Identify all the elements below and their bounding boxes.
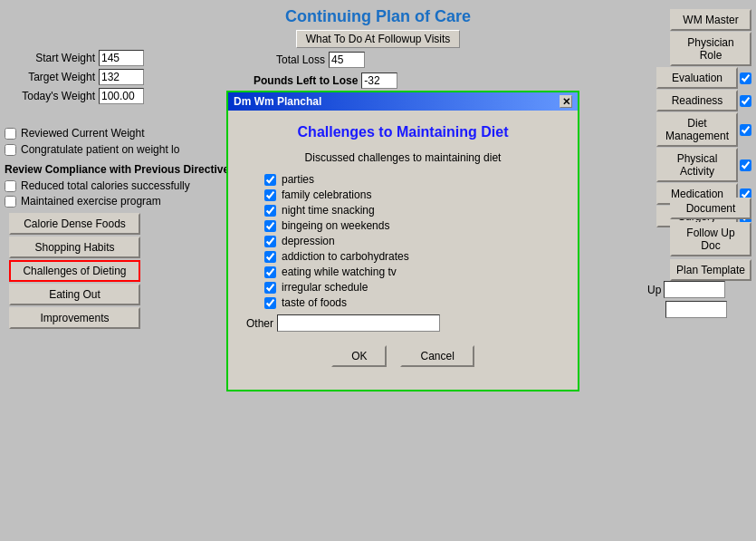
readiness-row: Readiness — [647, 90, 751, 111]
pounds-left-input[interactable] — [361, 72, 397, 89]
cancel-button[interactable]: Cancel — [400, 345, 474, 367]
pounds-left-label: Pounds Left to Lose — [254, 74, 358, 87]
physical-activity-row: Physical Activity — [647, 148, 751, 182]
other-input[interactable] — [277, 314, 440, 332]
physical-activity-btn[interactable]: Physical Activity — [656, 148, 738, 182]
total-loss-label: Total Loss — [276, 53, 325, 66]
modal-subtitle: Discussed challenges to maintaining diet — [246, 151, 560, 164]
physical-activity-checkbox[interactable] — [740, 159, 751, 171]
challenge-depression-label: depression — [282, 235, 335, 247]
physician-role-row: Physician Role — [647, 32, 751, 66]
readiness-btn[interactable]: Readiness — [656, 90, 738, 111]
challenge-parties-checkbox[interactable] — [264, 174, 276, 186]
plan-template-btn[interactable]: Plan Template — [670, 259, 751, 281]
challenge-parties-label: parties — [282, 173, 314, 186]
challenge-taste-checkbox[interactable] — [264, 297, 276, 309]
congratulate-label: Congratulate patient on weight lo — [21, 143, 179, 156]
start-weight-input[interactable] — [99, 50, 144, 66]
wm-master-btn[interactable]: WM Master — [670, 9, 751, 31]
reduced-label: Reduced total calories successfully — [21, 179, 190, 192]
eating-out-btn[interactable]: Eating Out — [9, 284, 140, 305]
evaluation-checkbox[interactable] — [740, 72, 751, 84]
todays-weight-label: Today's Weight — [5, 90, 95, 102]
total-loss-input[interactable] — [329, 52, 365, 68]
diet-management-row: Diet Management — [647, 112, 751, 147]
challenge-carbs-label: addiction to carbohydrates — [282, 250, 409, 263]
physician-role-btn[interactable]: Physician Role — [670, 32, 751, 66]
target-weight-input[interactable] — [99, 69, 144, 85]
shopping-habits-btn[interactable]: Shopping Habits — [9, 237, 140, 258]
modal-titlebar[interactable]: Dm Wm Planchal ✕ — [228, 92, 578, 111]
challenge-depression-checkbox[interactable] — [264, 236, 276, 247]
challenge-tv-checkbox[interactable] — [264, 266, 276, 278]
target-weight-label: Target Weight — [5, 71, 95, 83]
challenge-schedule-label: irregular schedule — [282, 281, 368, 294]
challenge-family-checkbox[interactable] — [264, 189, 276, 201]
readiness-checkbox[interactable] — [740, 95, 751, 107]
congratulate-checkbox[interactable] — [5, 144, 16, 156]
challenge-carbs-checkbox[interactable] — [264, 251, 276, 263]
up-input-2[interactable] — [665, 301, 727, 318]
reduced-checkbox[interactable] — [5, 180, 16, 192]
improvements-btn[interactable]: Improvements — [9, 307, 140, 329]
calorie-dense-btn[interactable]: Calorie Dense Foods — [9, 213, 140, 235]
challenge-schedule-checkbox[interactable] — [264, 282, 276, 294]
modal-title: Dm Wm Planchal — [234, 95, 321, 108]
followup-button[interactable]: What To Do At Followup Visits — [296, 30, 461, 48]
challenge-bingeing-checkbox[interactable] — [264, 220, 276, 232]
modal-dialog: Dm Wm Planchal ✕ Challenges to Maintaini… — [226, 91, 579, 391]
challenge-taste-label: taste of foods — [282, 296, 347, 309]
reviewed-label: Reviewed Current Weight — [21, 127, 145, 140]
challenge-family-label: family celebrations — [282, 188, 371, 201]
ok-button[interactable]: OK — [331, 345, 387, 367]
diet-management-btn[interactable]: Diet Management — [656, 112, 738, 147]
modal-close-btn[interactable]: ✕ — [560, 95, 572, 108]
maintained-label: Maintained exercise program — [21, 195, 161, 208]
up-label: Up — [647, 284, 661, 296]
evaluation-row: Evaluation — [647, 67, 751, 89]
reviewed-checkbox[interactable] — [5, 128, 16, 140]
maintained-checkbox[interactable] — [5, 196, 16, 208]
review-header: Review Compliance with Previous Directiv… — [5, 163, 235, 176]
document-btn[interactable]: Document — [670, 198, 751, 219]
modal-main-title: Challenges to Maintaining Diet — [246, 124, 560, 140]
evaluation-btn[interactable]: Evaluation — [656, 67, 738, 89]
todays-weight-input[interactable] — [99, 88, 144, 104]
challenge-nighttime-checkbox[interactable] — [264, 205, 276, 217]
challenge-nighttime-label: night time snacking — [282, 204, 375, 217]
page-title: Continuing Plan of Care — [0, 0, 756, 26]
diet-management-checkbox[interactable] — [740, 124, 751, 136]
total-loss-row: Total Loss — [276, 52, 365, 68]
challenge-tv-label: eating while watching tv — [282, 266, 397, 278]
up-input-1[interactable] — [664, 281, 725, 298]
other-label: Other — [246, 317, 273, 330]
challenge-bingeing-label: bingeing on weekends — [282, 219, 389, 232]
challenges-dieting-btn[interactable]: Challenges of Dieting — [9, 260, 140, 282]
follow-up-doc-btn[interactable]: Follow Up Doc — [670, 222, 751, 256]
wm-master-row: WM Master — [647, 9, 751, 31]
start-weight-label: Start Weight — [5, 52, 95, 64]
